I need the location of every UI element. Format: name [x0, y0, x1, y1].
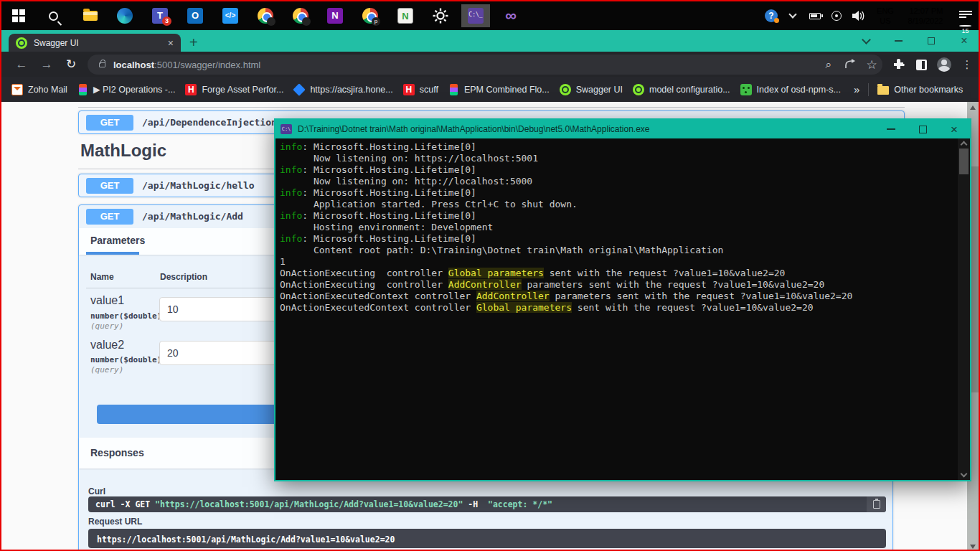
- bookmark-star-button[interactable]: ☆: [861, 57, 882, 72]
- taskbar-chrome-3[interactable]: p: [356, 4, 385, 27]
- tray-network[interactable]: [826, 1, 847, 30]
- bookmark-item[interactable]: Zoho Mail: [11, 84, 67, 95]
- tab-close-icon[interactable]: ×: [168, 37, 174, 49]
- url-bar[interactable]: localhost:5001/swagger/index.html ⌕ ☆: [88, 55, 882, 75]
- taskbar-teams[interactable]: T3: [146, 4, 174, 27]
- taskbar-visual-studio[interactable]: ∞: [496, 4, 525, 27]
- speaker-icon: [852, 10, 864, 22]
- puzzle-icon: [892, 59, 905, 71]
- taskbar-chrome-1[interactable]: [251, 4, 280, 27]
- chevron-down-icon: [862, 35, 871, 44]
- console-scrollbar[interactable]: [958, 138, 970, 480]
- chrome-profile-badge: [302, 17, 311, 26]
- tag-title-mathlogic: MathLogic: [80, 141, 166, 161]
- jfrog-icon: [740, 84, 752, 95]
- param-name-value2: value2: [90, 339, 124, 352]
- clock-time: 12:07 PM: [908, 6, 943, 16]
- figma-icon: [79, 84, 87, 95]
- taskbar-chrome-2[interactable]: [286, 4, 315, 27]
- screen: T3 O </> N p N C:\_ ∞ ? ENGUS 12:07 PM8/…: [0, 0, 980, 551]
- side-panel-button[interactable]: [911, 55, 931, 74]
- tray-volume[interactable]: [848, 1, 868, 30]
- taskbar: T3 O </> N p N C:\_ ∞ ? ENGUS 12:07 PM8/…: [1, 1, 979, 30]
- taskbar-settings[interactable]: [426, 4, 455, 27]
- bookmarks-bar: Zoho Mail▶ PI2 Operations -...Forge Asse…: [1, 77, 979, 102]
- scroll-down-arrow-icon[interactable]: [970, 545, 976, 549]
- bookmark-item[interactable]: EPM Combined Flo...: [448, 84, 550, 95]
- minimize-icon: [887, 128, 895, 130]
- taskbar-file-explorer[interactable]: [76, 4, 105, 27]
- three-dots-icon: ⋮: [962, 58, 973, 71]
- console-scrollbar-thumb[interactable]: [959, 149, 969, 174]
- tray-hidden-icons[interactable]: [783, 1, 802, 30]
- taskbar-search-button[interactable]: [39, 4, 67, 27]
- bookmark-item[interactable]: model configuratio...: [633, 84, 730, 95]
- console-line: OnActionExecutedContext controller AddCo…: [280, 291, 852, 302]
- clock-date: 8/19/2022: [908, 16, 943, 26]
- scroll-up-arrow-icon[interactable]: [970, 105, 976, 110]
- request-url-label: Request URL: [88, 517, 142, 527]
- bookmark-item[interactable]: https://acsjira.hone...: [293, 84, 392, 95]
- tray-help[interactable]: ?: [760, 1, 782, 30]
- console-line: Content root path: D:\Training\Dotnet tr…: [280, 245, 852, 256]
- forward-button[interactable]: →: [37, 55, 56, 74]
- h-icon: [185, 84, 197, 95]
- curl-label: Curl: [88, 486, 105, 496]
- console-maximize-button[interactable]: [907, 120, 938, 138]
- copy-curl-button[interactable]: [867, 496, 886, 512]
- scroll-up-arrow-icon[interactable]: [961, 141, 968, 149]
- language-label: ENG: [877, 6, 894, 16]
- bookmark-item[interactable]: Forge Asset Perfor...: [185, 84, 283, 95]
- tray-action-center[interactable]: 15: [953, 1, 979, 30]
- refresh-button[interactable]: ↻: [62, 55, 80, 74]
- battery-icon: [809, 13, 821, 19]
- maximize-icon: [928, 37, 935, 44]
- browser-tab-swagger[interactable]: Swagger UI ×: [9, 34, 181, 52]
- window-minimize-button[interactable]: [884, 30, 913, 52]
- tab-parameters[interactable]: Parameters: [90, 235, 145, 246]
- bookmark-item[interactable]: Swagger UI: [560, 84, 623, 95]
- tray-language[interactable]: ENGUS: [871, 1, 900, 30]
- profile-button[interactable]: [934, 55, 954, 74]
- tray-clock[interactable]: 12:07 PM8/19/2022: [902, 1, 949, 30]
- side-panel-icon: [916, 60, 927, 70]
- bookmark-item[interactable]: scuff: [403, 84, 438, 95]
- extensions-button[interactable]: [888, 55, 908, 74]
- taskbar-cmd-active[interactable]: C:\_: [461, 4, 490, 27]
- bookmark-item[interactable]: Index of osd-npm-s...: [740, 84, 841, 95]
- taskbar-outlook[interactable]: O: [181, 4, 209, 27]
- clipboard-icon: [873, 500, 880, 509]
- window-maximize-button[interactable]: [917, 30, 946, 52]
- region-label: US: [877, 16, 894, 26]
- taskbar-edge[interactable]: [110, 4, 139, 27]
- tab-search-button[interactable]: [852, 30, 880, 52]
- console-line: info: Microsoft.Hosting.Lifetime[0]: [280, 233, 852, 245]
- zoom-indicator-button[interactable]: ⌕: [818, 58, 839, 71]
- back-button[interactable]: ←: [12, 55, 31, 74]
- taskbar-notepadpp[interactable]: N: [391, 4, 420, 27]
- console-minimize-button[interactable]: [875, 120, 907, 138]
- windows-logo-icon: [12, 9, 25, 22]
- other-bookmarks-folder[interactable]: Other bookmarks: [877, 85, 963, 95]
- start-button[interactable]: [4, 4, 33, 27]
- get-method-badge: GET: [86, 209, 133, 225]
- url-text[interactable]: localhost:5001/swagger/index.html: [113, 60, 818, 70]
- console-titlebar[interactable]: C:\ D:\Training\Dotnet train\Math origin…: [275, 120, 970, 138]
- console-line: Application started. Press Ctrl+C to shu…: [280, 199, 852, 210]
- browser-menu-button[interactable]: ⋮: [957, 55, 977, 74]
- share-button[interactable]: [839, 59, 861, 71]
- responses-title: Responses: [90, 447, 144, 458]
- teams-notification-badge: 3: [162, 17, 171, 26]
- tray-battery[interactable]: [805, 1, 825, 30]
- console-title: D:\Training\Dotnet train\Math original\M…: [298, 124, 875, 134]
- bookmarks-overflow-button[interactable]: »: [854, 83, 859, 95]
- taskbar-onenote[interactable]: N: [321, 4, 349, 27]
- jira-icon: [293, 83, 306, 96]
- scroll-down-arrow-icon[interactable]: [961, 471, 968, 478]
- console-close-button[interactable]: ×: [938, 120, 970, 138]
- close-icon: ×: [951, 123, 958, 136]
- bookmark-item[interactable]: ▶ PI2 Operations -...: [77, 84, 176, 95]
- new-tab-button[interactable]: +: [189, 36, 198, 49]
- tab-title: Swagger UI: [34, 38, 168, 48]
- taskbar-vscode[interactable]: </>: [216, 4, 245, 27]
